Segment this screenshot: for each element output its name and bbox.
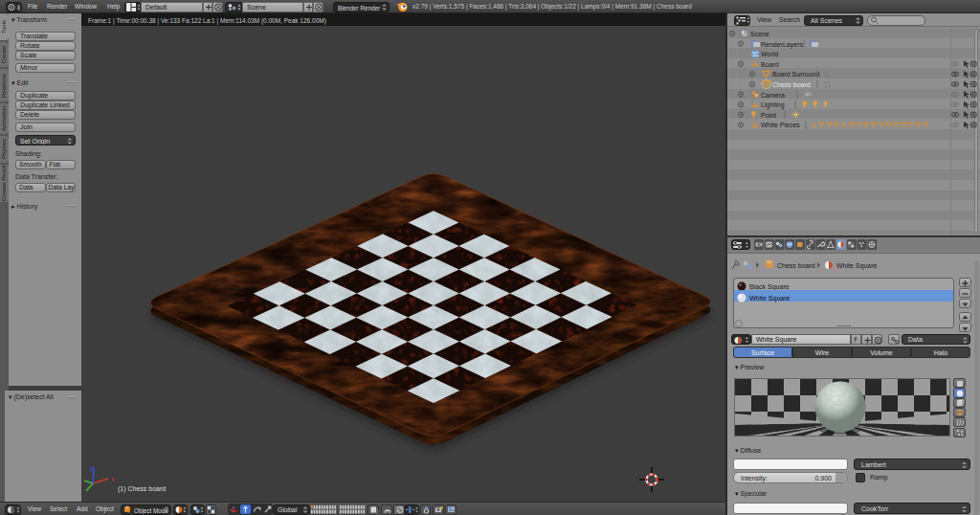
svg-text:World: World bbox=[761, 51, 778, 57]
svg-text:Board: Board bbox=[761, 61, 779, 68]
svg-text:White Square: White Square bbox=[749, 295, 791, 302]
svg-text:Chess board: Chess board bbox=[777, 262, 815, 269]
svg-text:Chess board: Chess board bbox=[772, 81, 811, 88]
svg-text:z: z bbox=[90, 465, 94, 472]
svg-text:Scene: Scene bbox=[750, 31, 769, 37]
svg-text:Camera: Camera bbox=[761, 92, 785, 99]
svg-text:White Square: White Square bbox=[836, 262, 878, 270]
svg-text:Board Surround: Board Surround bbox=[772, 71, 820, 78]
svg-text:Point: Point bbox=[761, 112, 776, 119]
svg-text:x: x bbox=[111, 476, 115, 482]
svg-text:Lighting: Lighting bbox=[761, 101, 785, 109]
svg-text:White Pieces: White Pieces bbox=[761, 122, 800, 128]
svg-text:RenderLayers: RenderLayers bbox=[761, 41, 803, 49]
